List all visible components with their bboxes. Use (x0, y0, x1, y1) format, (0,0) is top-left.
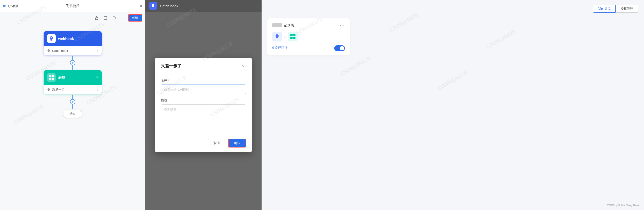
dialog-overlay: 只差一步了 × 名称 * 描述 取消 确认 (145, 0, 262, 210)
run-count: 0 次已运行 (272, 46, 288, 50)
gear-icon-2: ⚙ (47, 88, 50, 92)
svg-point-6 (276, 36, 276, 36)
dialog: 只差一步了 × 名称 * 描述 取消 确认 (155, 58, 252, 152)
desc-form-group: 描述 (161, 98, 246, 127)
desc-textarea[interactable] (161, 104, 246, 126)
left-panel: 飞书捷径 飞书捷径 × ··· 创建 (0, 0, 145, 210)
copy-icon[interactable] (111, 14, 118, 21)
connector-line-2 (72, 66, 73, 70)
tab-auth-management[interactable]: 授权管理 (616, 5, 638, 12)
webhook-icon (47, 34, 56, 43)
grid-cell (52, 75, 54, 77)
grid-cell-2 (290, 34, 292, 36)
grid-cell (49, 75, 51, 77)
table-header: 表格 × (44, 70, 102, 85)
cancel-button[interactable]: 取消 (208, 139, 225, 147)
right-panel-tabs: 我的捷径 授权管理 (268, 5, 638, 12)
grid-cell (52, 78, 54, 80)
add-row-action[interactable]: ⚙ 新增一行 › (44, 85, 102, 94)
window-dot (3, 5, 6, 7)
webhook-node-card[interactable]: webhook ⚙ Catch hook › (44, 31, 102, 55)
plus-connector-2: + (70, 95, 75, 109)
dialog-header: 只差一步了 × (155, 58, 252, 74)
grid-cell-2 (293, 37, 296, 39)
dialog-body: 名称 * 描述 (155, 74, 252, 136)
plus-connector-1: + (70, 56, 75, 70)
blurred-title-prefix: ████ (272, 23, 282, 27)
table-node: 表格 × ⚙ 新增一行 › (44, 70, 102, 94)
dialog-close-button[interactable]: × (239, 62, 246, 69)
svg-point-7 (277, 35, 277, 36)
table-label: 表格 (58, 75, 66, 80)
name-input[interactable] (161, 84, 246, 94)
svg-rect-0 (96, 18, 98, 20)
webhook-label: webhook (58, 36, 74, 41)
middle-panel: Catch hook › 只差一步了 × 名称 * 描述 (145, 0, 262, 210)
add-step-button-2[interactable]: + (70, 99, 75, 104)
header-title: 飞书捷径 (66, 4, 80, 8)
window-titlebar: 飞书捷径 飞书捷径 × (0, 0, 145, 12)
webhook-flow-icon (272, 32, 282, 42)
svg-rect-2 (113, 17, 115, 19)
required-star: * (168, 79, 169, 82)
grid-cell-2 (290, 37, 292, 39)
grid-icon (49, 75, 54, 80)
toggle-knob (340, 46, 344, 50)
add-row-left: ⚙ 新增一行 (47, 88, 65, 92)
window-close-icon[interactable]: × (140, 4, 142, 8)
webhook-header: webhook (44, 31, 102, 46)
gear-icon: ⚙ (47, 48, 50, 53)
table-flow-icon (288, 32, 298, 42)
right-panel: 我的捷径 授权管理 ████ 记录表 ··· › (262, 0, 644, 210)
grid-icon-2 (290, 34, 296, 39)
window-title-area: 飞书捷径 (3, 4, 19, 8)
connector-line-4 (72, 104, 73, 109)
svg-rect-1 (104, 16, 107, 20)
credit-text: CSDN @Little Grey Bear (607, 204, 639, 207)
catch-hook-row[interactable]: ⚙ Catch hook › (44, 46, 102, 55)
connector-line-3 (72, 95, 73, 99)
chevron-right-icon-2: › (97, 88, 98, 92)
flow-canvas: webhook ⚙ Catch hook › + (0, 12, 145, 210)
svg-point-8 (278, 36, 278, 36)
shortcut-card: ████ 记录表 ··· › (268, 18, 350, 56)
grid-cell-2 (293, 34, 296, 36)
create-button[interactable]: 创建 (128, 14, 142, 22)
shortcut-card-title: ████ 记录表 (272, 23, 294, 28)
add-step-button-1[interactable]: + (70, 60, 75, 66)
tab-my-shortcuts[interactable]: 我的捷径 (593, 5, 616, 12)
catch-hook-left: ⚙ Catch hook (47, 48, 68, 53)
window-title-text: 飞书捷径 (7, 4, 19, 8)
table-header-left: 表格 (47, 73, 66, 82)
webhook-body: ⚙ Catch hook › (44, 46, 102, 55)
shortcut-card-header: ████ 记录表 ··· (272, 23, 345, 28)
table-node-card[interactable]: 表格 × ⚙ 新增一行 › (44, 70, 102, 94)
expand-icon[interactable] (102, 14, 109, 21)
add-row-label: 新增一行 (52, 88, 65, 92)
more-options-icon[interactable]: ··· (120, 14, 126, 21)
table-body: ⚙ 新增一行 › (44, 85, 102, 94)
catch-hook-label: Catch hook (52, 49, 68, 52)
connector-line-1 (72, 56, 73, 60)
table-icon (47, 73, 56, 82)
shortcut-more-icon[interactable]: ··· (340, 23, 345, 28)
shortcut-flow-icons: › (272, 32, 345, 42)
dialog-footer: 取消 确认 (155, 136, 252, 152)
name-label: 名称 * (161, 78, 246, 82)
chevron-right-icon: › (97, 49, 98, 52)
toggle-wrapper: 0 次已运行 (272, 45, 345, 51)
flow-arrow-icon: › (284, 34, 286, 39)
enable-toggle[interactable] (334, 45, 345, 51)
webhook-node: webhook ⚙ Catch hook › (44, 31, 102, 55)
table-close-icon[interactable]: × (96, 75, 98, 80)
grid-cell (49, 78, 51, 80)
end-node[interactable]: 结束 (63, 110, 82, 118)
name-form-group: 名称 * (161, 78, 246, 94)
confirm-button[interactable]: 确认 (228, 139, 246, 148)
lock-icon[interactable] (93, 14, 100, 21)
dialog-title: 只差一步了 (161, 63, 182, 69)
flow-toolbar: ··· 创建 (93, 14, 142, 22)
desc-label: 描述 (161, 98, 246, 102)
